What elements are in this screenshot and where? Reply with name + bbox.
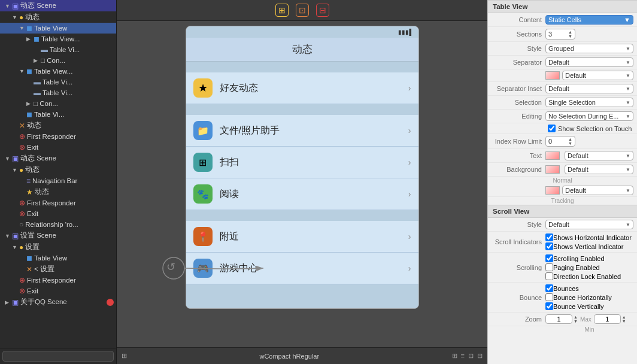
bg-tracking-swatch[interactable] [545,186,560,195]
tree-item-shezhi-parent[interactable]: ▼ ● 设置 [0,241,116,253]
tree-item-shezhi-back[interactable]: ✕ < 设置 [0,263,116,275]
tree-item-fr1[interactable]: ⊕ First Responder [0,131,116,142]
tree-item-star[interactable]: ★ 动态 [0,186,116,198]
tree-item-con1[interactable]: ▶ □ Con... [0,55,116,66]
zoom-stepper[interactable]: ▲ ▼ [574,315,578,323]
zoom-max-field[interactable] [594,314,621,324]
tree-item-tableview-selected[interactable]: ▼ ◼ Table View [0,23,116,34]
index-stepper[interactable]: ▲ ▼ [568,137,572,145]
index-stepper-down[interactable]: ▼ [568,141,572,145]
zoom-max-down[interactable]: ▼ [622,319,626,323]
tree-item-tablevi4[interactable]: ◼ Table Vi... [0,109,116,120]
style-select[interactable]: Grouped ▼ [545,44,633,53]
table-cell-3[interactable]: 🐾 阅读 › [186,178,418,210]
bounce-h-checkbox[interactable] [545,293,553,301]
separator-color-select[interactable]: Default ▼ [562,71,633,80]
tree-item-tablevi3[interactable]: ▬ Table Vi... [0,87,116,98]
text-select[interactable]: Default ▼ [565,151,633,160]
bounces-row[interactable]: Bounces [545,284,579,292]
tree-item-fr3[interactable]: ⊕ First Responder [0,275,116,286]
table-cell-4[interactable]: 📍 附近 › [186,221,418,253]
tree-item-tableview-shezhi[interactable]: ◼ Table View [0,253,116,263]
tree-item-tablevi2[interactable]: ▬ Table Vi... [0,77,116,87]
tree-item-tablevi[interactable]: ▬ Table Vi... [0,44,116,55]
zoom-max-up[interactable]: ▲ [622,315,626,319]
prop-separator-value[interactable]: Default ▼ [545,57,633,67]
paging-checkbox[interactable] [545,263,553,271]
scrolling-label-text: Scrolling [492,264,545,271]
prop-style-value[interactable]: Grouped ▼ [545,44,633,53]
bounce-v-row[interactable]: Bounce Vertically [545,302,603,310]
sep-inset-select[interactable]: Default ▼ [545,84,633,93]
bottom-icon-zoom[interactable]: ⊟ [477,352,483,360]
show-h-row[interactable]: Shows Horizontal Indicator [545,233,632,241]
tree-item-fr2[interactable]: ⊕ First Responder [0,198,116,208]
tree-item-xcode1[interactable]: ✕ 动态 [0,120,116,131]
tree-item-exit2[interactable]: ⊗ Exit [0,208,116,219]
prop-scroll-style-value[interactable]: Default ▼ [545,220,633,229]
zoom-down[interactable]: ▼ [574,319,578,323]
tree-item-dongtai2-parent[interactable]: ▼ ● 动态 [0,164,116,175]
bottom-icon-align[interactable]: ≡ [461,352,465,360]
tree-item-navbar[interactable]: ≡ Navigation Bar [0,175,116,186]
index-field[interactable]: 0 ▲ ▼ [545,136,575,147]
scene-item-shezhi[interactable]: ▼ ▣ 设置 Scene [0,230,116,241]
separator-select[interactable]: Default ▼ [545,57,633,67]
bottom-icon-fit[interactable]: ⊡ [468,352,474,360]
checkbox-show-selection[interactable]: Show Selection on Touch [488,123,637,134]
prop-sep-inset-value[interactable]: Default ▼ [545,84,633,93]
table-cell-0[interactable]: ★ 好友动态 › [186,72,418,104]
toolbar-icon-yellow[interactable]: ⊞ [275,4,289,17]
prop-editing-value[interactable]: No Selection During E... ▼ [545,111,633,121]
tree-item-rel[interactable]: ○ Relationship 'ro... [0,219,116,230]
table-cell-1[interactable]: 📁 文件/照片助手 › [186,115,418,147]
sections-stepper[interactable]: ▲ ▼ [568,30,572,38]
sections-field[interactable]: 3 ▲ ▼ [545,29,575,40]
stepper-up[interactable]: ▲ [568,30,572,34]
stepper-down[interactable]: ▼ [568,34,572,38]
scene-item-dongtai2[interactable]: ▼ ▣ 动态 Scene [0,153,116,164]
directionlock-row[interactable]: Direction Lock Enabled [545,272,621,280]
table-cell-5[interactable]: 🎮 游戏中心 › [186,253,418,284]
zoom-max-stepper[interactable]: ▲ ▼ [622,315,626,323]
paging-row[interactable]: Paging Enabled [545,263,600,271]
scene-item-guanyu[interactable]: ▶ ▣ 关于QQ Scene [0,296,116,308]
separator-color-swatch[interactable] [545,71,560,80]
selection-select[interactable]: Single Selection ▼ [545,98,633,107]
show-selection-checkbox[interactable] [548,125,556,132]
bg-tracking-select[interactable]: Default ▼ [562,186,633,195]
show-v-row[interactable]: Shows Vertical Indicator [545,242,623,250]
tree-item-dongtai-parent[interactable]: ▼ ● 动态 [0,11,116,23]
show-v-checkbox[interactable] [545,242,553,250]
scrolling-enabled-row[interactable]: Scrolling Enabled [545,254,605,262]
search-input[interactable] [2,351,114,362]
scrolling-enabled-checkbox[interactable] [545,254,553,262]
bg-select[interactable]: Default ▼ [565,165,633,174]
tree-item-tableview2[interactable]: ▼ ◼ Table View... [0,66,116,77]
bounces-checkbox[interactable] [545,284,553,292]
prop-content-value[interactable]: Static Cells ▼ [545,15,633,25]
prop-selection-value[interactable]: Single Selection ▼ [545,98,633,107]
bg-color-swatch[interactable] [545,165,560,174]
toolbar-icon-red[interactable]: ⊟ [316,4,329,17]
scene-item-dongtai1[interactable]: ▼ ▣ 动态 Scene [0,0,116,11]
text-color-swatch[interactable] [545,151,560,160]
zoom-up[interactable]: ▲ [574,315,578,319]
table-cell-2[interactable]: ⊞ 扫扫 › [186,147,418,178]
bounce-h-row[interactable]: Bounce Horizontally [545,293,612,301]
bounce-v-checkbox[interactable] [545,302,553,310]
bottom-icon-1[interactable]: ⊞ [122,352,127,360]
bottom-icon-grid[interactable]: ⊞ [452,352,457,360]
editing-select[interactable]: No Selection During E... ▼ [545,111,633,121]
directionlock-checkbox[interactable] [545,272,553,280]
tree-item-exit1[interactable]: ⊗ Exit [0,142,116,153]
show-h-checkbox[interactable] [545,233,553,241]
tree-item-con2[interactable]: ▶ □ Con... [0,98,116,109]
tree-item-tableview-child1[interactable]: ▶ ◼ Table View... [0,34,116,44]
content-select[interactable]: Static Cells ▼ [545,15,633,25]
zoom-min-field[interactable] [545,314,572,324]
toolbar-icon-orange[interactable]: ⊡ [296,4,309,17]
tree-item-exit3[interactable]: ⊗ Exit [0,286,116,296]
index-stepper-up[interactable]: ▲ [568,137,572,141]
scroll-style-select[interactable]: Default ▼ [545,220,633,229]
